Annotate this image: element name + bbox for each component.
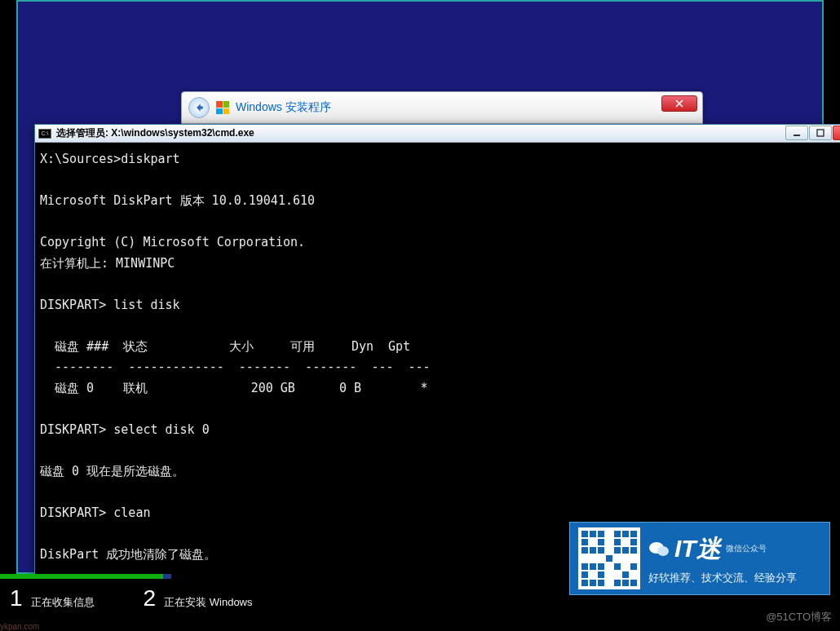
close-icon	[675, 99, 683, 108]
watermark-text: IT迷 微信公众号 好软推荐、技术交流、经验分享	[648, 532, 797, 585]
step-number: 1	[10, 585, 23, 611]
step-label: 正在安装 Windows	[164, 595, 252, 610]
step-collecting-info: 1 正在收集信息	[10, 585, 95, 611]
tiny-credit-text: ykpan.com	[0, 622, 39, 631]
watermark-sub: 微信公众号	[726, 543, 767, 554]
close-button[interactable]	[833, 126, 840, 140]
qr-code-icon	[578, 527, 640, 589]
wechat-icon	[648, 540, 670, 558]
arrow-left-icon	[193, 102, 205, 113]
progress-complete-segment	[0, 574, 163, 579]
step-installing-windows: 2 正在安装 Windows	[144, 585, 253, 611]
terminal-line: 在计算机上: MINWINPC	[40, 256, 175, 271]
terminal-line: 磁盘 ### 状态 大小 可用 Dyn Gpt	[40, 339, 410, 354]
watermark-overlay: IT迷 微信公众号 好软推荐、技术交流、经验分享	[569, 522, 830, 595]
svg-rect-0	[794, 135, 800, 136]
step-label: 正在收集信息	[31, 595, 95, 610]
credit-text: @51CTO博客	[766, 610, 832, 624]
terminal-line: 磁盘 0 现在是所选磁盘。	[40, 464, 184, 479]
watermark-brand: IT迷	[674, 532, 721, 566]
setup-window-title: Windows 安装程序	[236, 100, 331, 115]
terminal-line: Copyright (C) Microsoft Corporation.	[40, 235, 305, 249]
setup-close-button[interactable]	[661, 95, 697, 112]
watermark-tagline: 好软推荐、技术交流、经验分享	[648, 571, 797, 585]
back-button[interactable]	[188, 97, 210, 118]
windows-logo-icon	[216, 101, 229, 114]
window-controls	[785, 126, 840, 140]
minimize-button[interactable]	[785, 126, 808, 140]
terminal-line: DISKPART> select disk 0	[40, 422, 210, 437]
cmd-icon: C:\	[38, 129, 51, 139]
minimize-icon	[793, 129, 801, 137]
install-steps: 1 正在收集信息 2 正在安装 Windows	[10, 585, 253, 611]
cmd-titlebar[interactable]: C:\ 选择管理员: X:\windows\system32\cmd.exe	[35, 125, 840, 143]
terminal-line: DiskPart 成功地清除了磁盘。	[40, 547, 216, 562]
windows-setup-window: Windows 安装程序	[181, 91, 703, 124]
terminal-line: Microsoft DiskPart 版本 10.0.19041.610	[40, 193, 315, 208]
terminal-line: DISKPART> list disk	[40, 298, 180, 312]
svg-rect-1	[817, 130, 824, 136]
terminal-line: DISKPART> clean	[40, 505, 150, 520]
terminal-line: -------- ------------- ------- ------- -…	[40, 360, 431, 374]
terminal-line: X:\Sources>diskpart	[40, 152, 180, 166]
cmd-window-title: 选择管理员: X:\windows\system32\cmd.exe	[56, 126, 254, 140]
step-number: 2	[144, 585, 157, 611]
progress-active-segment	[163, 574, 171, 579]
desktop-background: Windows 安装程序 C:\ 选择管理员: X:\windows\syste…	[16, 0, 824, 574]
terminal-line: 磁盘 0 联机 200 GB 0 B *	[40, 381, 427, 395]
svg-point-3	[657, 546, 669, 556]
maximize-button[interactable]	[809, 126, 832, 140]
maximize-icon	[816, 129, 825, 137]
